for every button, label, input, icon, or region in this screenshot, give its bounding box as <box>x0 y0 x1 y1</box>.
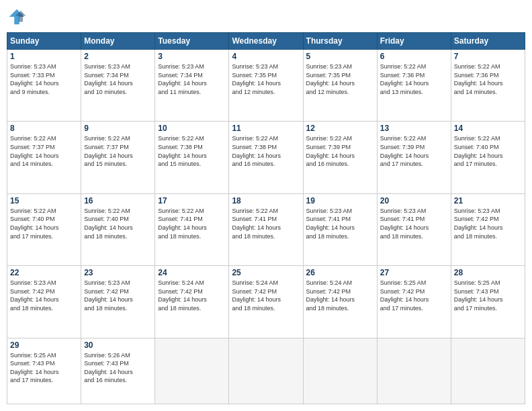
day-info: Sunrise: 5:22 AM Sunset: 7:36 PM Dayligh… <box>454 62 522 96</box>
calendar-cell: 5Sunrise: 5:23 AM Sunset: 7:35 PM Daylig… <box>303 50 377 122</box>
day-number: 30 <box>84 340 152 350</box>
day-number: 6 <box>380 52 448 61</box>
logo-icon <box>7 7 27 27</box>
day-number: 15 <box>10 196 78 205</box>
weekday-header-friday: Friday <box>377 33 451 50</box>
day-info: Sunrise: 5:22 AM Sunset: 7:41 PM Dayligh… <box>232 207 300 240</box>
day-number: 10 <box>158 124 226 133</box>
day-info: Sunrise: 5:23 AM Sunset: 7:41 PM Dayligh… <box>306 207 374 240</box>
calendar-cell: 19Sunrise: 5:23 AM Sunset: 7:41 PM Dayli… <box>303 193 377 265</box>
calendar-cell: 17Sunrise: 5:22 AM Sunset: 7:41 PM Dayli… <box>155 193 229 265</box>
day-number: 4 <box>232 52 300 61</box>
day-info: Sunrise: 5:24 AM Sunset: 7:42 PM Dayligh… <box>306 279 374 312</box>
day-number: 11 <box>232 124 300 133</box>
day-number: 1 <box>10 52 78 61</box>
day-info: Sunrise: 5:26 AM Sunset: 7:43 PM Dayligh… <box>84 351 152 385</box>
day-info: Sunrise: 5:22 AM Sunset: 7:39 PM Dayligh… <box>306 134 374 168</box>
day-number: 23 <box>84 268 152 277</box>
day-info: Sunrise: 5:22 AM Sunset: 7:40 PM Dayligh… <box>10 207 78 240</box>
day-info: Sunrise: 5:25 AM Sunset: 7:43 PM Dayligh… <box>10 351 78 385</box>
calendar-cell: 8Sunrise: 5:22 AM Sunset: 7:37 PM Daylig… <box>7 122 81 193</box>
calendar-cell: 16Sunrise: 5:22 AM Sunset: 7:40 PM Dayli… <box>81 193 155 265</box>
calendar-cell <box>303 338 377 404</box>
day-number: 24 <box>158 268 226 277</box>
day-number: 22 <box>10 268 78 277</box>
calendar-cell: 14Sunrise: 5:22 AM Sunset: 7:40 PM Dayli… <box>451 122 525 193</box>
calendar-cell <box>451 338 525 404</box>
calendar-week-1: 1Sunrise: 5:23 AM Sunset: 7:33 PM Daylig… <box>7 50 525 122</box>
day-info: Sunrise: 5:22 AM Sunset: 7:39 PM Dayligh… <box>380 134 448 168</box>
calendar-cell <box>155 338 229 404</box>
calendar-cell: 7Sunrise: 5:22 AM Sunset: 7:36 PM Daylig… <box>451 50 525 122</box>
day-number: 19 <box>306 196 374 205</box>
calendar-cell: 13Sunrise: 5:22 AM Sunset: 7:39 PM Dayli… <box>377 122 451 193</box>
day-number: 5 <box>306 52 374 61</box>
day-number: 2 <box>84 52 152 61</box>
calendar-cell: 23Sunrise: 5:23 AM Sunset: 7:42 PM Dayli… <box>81 266 155 338</box>
day-info: Sunrise: 5:23 AM Sunset: 7:35 PM Dayligh… <box>232 62 300 96</box>
day-number: 20 <box>380 196 448 205</box>
calendar-cell: 21Sunrise: 5:23 AM Sunset: 7:42 PM Dayli… <box>451 193 525 265</box>
day-number: 13 <box>380 124 448 133</box>
day-number: 12 <box>306 124 374 133</box>
page: SundayMondayTuesdayWednesdayThursdayFrid… <box>0 0 532 411</box>
day-number: 28 <box>454 268 522 277</box>
weekday-header-monday: Monday <box>81 33 155 50</box>
calendar-cell: 4Sunrise: 5:23 AM Sunset: 7:35 PM Daylig… <box>229 50 303 122</box>
calendar-cell: 12Sunrise: 5:22 AM Sunset: 7:39 PM Dayli… <box>303 122 377 193</box>
weekday-header-saturday: Saturday <box>451 33 525 50</box>
day-info: Sunrise: 5:24 AM Sunset: 7:42 PM Dayligh… <box>232 279 300 312</box>
calendar-cell: 1Sunrise: 5:23 AM Sunset: 7:33 PM Daylig… <box>7 50 81 122</box>
day-info: Sunrise: 5:24 AM Sunset: 7:42 PM Dayligh… <box>158 279 226 312</box>
calendar-cell: 6Sunrise: 5:22 AM Sunset: 7:36 PM Daylig… <box>377 50 451 122</box>
calendar: SundayMondayTuesdayWednesdayThursdayFrid… <box>7 32 525 404</box>
day-number: 18 <box>232 196 300 205</box>
calendar-cell: 11Sunrise: 5:22 AM Sunset: 7:38 PM Dayli… <box>229 122 303 193</box>
calendar-cell: 2Sunrise: 5:23 AM Sunset: 7:34 PM Daylig… <box>81 50 155 122</box>
day-info: Sunrise: 5:22 AM Sunset: 7:36 PM Dayligh… <box>380 62 448 96</box>
day-info: Sunrise: 5:22 AM Sunset: 7:41 PM Dayligh… <box>158 207 226 240</box>
calendar-cell: 29Sunrise: 5:25 AM Sunset: 7:43 PM Dayli… <box>7 338 81 404</box>
calendar-cell: 28Sunrise: 5:25 AM Sunset: 7:43 PM Dayli… <box>451 266 525 338</box>
calendar-cell <box>229 338 303 404</box>
day-number: 8 <box>10 124 78 133</box>
day-number: 21 <box>454 196 522 205</box>
calendar-week-3: 15Sunrise: 5:22 AM Sunset: 7:40 PM Dayli… <box>7 193 525 265</box>
day-number: 16 <box>84 196 152 205</box>
day-info: Sunrise: 5:22 AM Sunset: 7:38 PM Dayligh… <box>158 134 226 168</box>
logo <box>7 7 30 27</box>
calendar-cell: 30Sunrise: 5:26 AM Sunset: 7:43 PM Dayli… <box>81 338 155 404</box>
day-info: Sunrise: 5:25 AM Sunset: 7:43 PM Dayligh… <box>454 279 522 312</box>
day-number: 29 <box>10 340 78 350</box>
day-info: Sunrise: 5:22 AM Sunset: 7:40 PM Dayligh… <box>454 134 522 168</box>
calendar-week-2: 8Sunrise: 5:22 AM Sunset: 7:37 PM Daylig… <box>7 122 525 193</box>
day-info: Sunrise: 5:23 AM Sunset: 7:33 PM Dayligh… <box>10 62 78 96</box>
day-info: Sunrise: 5:23 AM Sunset: 7:42 PM Dayligh… <box>10 279 78 312</box>
calendar-cell: 22Sunrise: 5:23 AM Sunset: 7:42 PM Dayli… <box>7 266 81 338</box>
calendar-cell: 27Sunrise: 5:25 AM Sunset: 7:42 PM Dayli… <box>377 266 451 338</box>
day-number: 14 <box>454 124 522 133</box>
calendar-cell: 18Sunrise: 5:22 AM Sunset: 7:41 PM Dayli… <box>229 193 303 265</box>
day-info: Sunrise: 5:23 AM Sunset: 7:42 PM Dayligh… <box>84 279 152 312</box>
day-number: 26 <box>306 268 374 277</box>
day-info: Sunrise: 5:23 AM Sunset: 7:34 PM Dayligh… <box>84 62 152 96</box>
calendar-cell: 26Sunrise: 5:24 AM Sunset: 7:42 PM Dayli… <box>303 266 377 338</box>
day-number: 7 <box>454 52 522 61</box>
weekday-header-thursday: Thursday <box>303 33 377 50</box>
calendar-cell: 25Sunrise: 5:24 AM Sunset: 7:42 PM Dayli… <box>229 266 303 338</box>
day-info: Sunrise: 5:23 AM Sunset: 7:42 PM Dayligh… <box>454 207 522 240</box>
weekday-header-wednesday: Wednesday <box>229 33 303 50</box>
calendar-header-row: SundayMondayTuesdayWednesdayThursdayFrid… <box>7 33 525 50</box>
calendar-week-5: 29Sunrise: 5:25 AM Sunset: 7:43 PM Dayli… <box>7 338 525 404</box>
day-number: 17 <box>158 196 226 205</box>
header <box>7 7 525 27</box>
day-info: Sunrise: 5:22 AM Sunset: 7:38 PM Dayligh… <box>232 134 300 168</box>
day-info: Sunrise: 5:22 AM Sunset: 7:40 PM Dayligh… <box>84 207 152 240</box>
day-info: Sunrise: 5:25 AM Sunset: 7:42 PM Dayligh… <box>380 279 448 312</box>
day-number: 3 <box>158 52 226 61</box>
day-number: 27 <box>380 268 448 277</box>
calendar-cell: 3Sunrise: 5:23 AM Sunset: 7:34 PM Daylig… <box>155 50 229 122</box>
calendar-cell: 20Sunrise: 5:23 AM Sunset: 7:41 PM Dayli… <box>377 193 451 265</box>
day-info: Sunrise: 5:23 AM Sunset: 7:41 PM Dayligh… <box>380 207 448 240</box>
day-info: Sunrise: 5:22 AM Sunset: 7:37 PM Dayligh… <box>10 134 78 168</box>
